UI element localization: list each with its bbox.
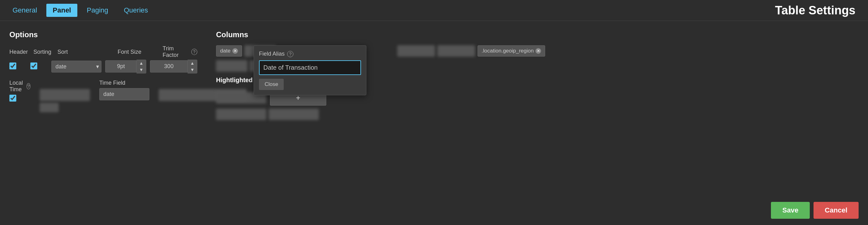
top-navigation: General Panel Paging Queries Table Setti… — [0, 0, 868, 21]
geoip-chip-remove-icon[interactable]: × — [535, 48, 541, 54]
sorting-checkbox-wrap — [30, 63, 48, 71]
columns-title: Columns — [216, 30, 859, 39]
main-content: Options Header Sorting Sort Font Size Tr… — [0, 21, 868, 224]
tab-general[interactable]: General — [6, 4, 43, 17]
date-chip[interactable]: date × — [216, 45, 242, 57]
local-time-checkbox[interactable] — [9, 95, 16, 102]
highlighted-chip-1 — [216, 109, 266, 120]
field-alias-input[interactable] — [259, 60, 361, 75]
font-size-wrap: ▲ ▼ — [105, 60, 146, 73]
sort-label: Sort — [58, 49, 118, 55]
time-field-input[interactable] — [99, 88, 149, 100]
close-button[interactable]: Close — [259, 79, 284, 90]
cancel-button[interactable]: Cancel — [813, 202, 859, 219]
tab-panel[interactable]: Panel — [46, 4, 78, 17]
trim-up-button[interactable]: ▲ — [188, 60, 197, 67]
blurred-col1 — [40, 89, 90, 112]
right-chips: .location.geoip_region × — [397, 45, 545, 57]
font-size-down-button[interactable]: ▼ — [136, 67, 146, 73]
sort-select[interactable]: date — [51, 61, 101, 73]
field-alias-help-icon[interactable]: ? — [287, 51, 293, 57]
trim-factor-label: Trim Factor ? — [162, 45, 197, 59]
header-checkbox-wrap — [9, 63, 27, 71]
date-chip-label: date — [220, 48, 230, 54]
header-label: Header — [9, 49, 33, 55]
trim-factor-input[interactable] — [150, 60, 188, 73]
highlighted-chips-row — [216, 109, 859, 120]
geoip-chip[interactable]: .location.geoip_region × — [477, 45, 545, 57]
sorting-label: Sorting — [33, 49, 58, 55]
time-field-col: Time Field — [99, 80, 149, 100]
blurred-chip-row2-1 — [216, 60, 247, 72]
local-time-col: Local Time ? — [9, 80, 30, 103]
columns-chips-row: date × Field Alias ? Close — [216, 45, 859, 57]
trim-factor-wrap: ▲ ▼ — [150, 60, 197, 73]
local-time-help-icon[interactable]: ? — [27, 83, 30, 89]
time-field-label: Time Field — [99, 80, 125, 86]
trim-factor-help-icon[interactable]: ? — [191, 49, 197, 55]
date-chip-remove-icon[interactable]: × — [232, 48, 238, 54]
trim-factor-spinner: ▲ ▼ — [188, 60, 197, 73]
date-chip-container: date × Field Alias ? Close — [216, 45, 242, 57]
sorting-checkbox[interactable] — [30, 63, 37, 69]
local-time-label: Local Time — [9, 80, 25, 93]
options-panel: Options Header Sorting Sort Font Size Tr… — [9, 30, 197, 215]
blurred-input-1 — [40, 89, 90, 101]
font-size-up-button[interactable]: ▲ — [136, 60, 146, 67]
options-title: Options — [9, 30, 197, 39]
geoip-chip-label: .location.geoip_region — [482, 48, 534, 54]
save-button[interactable]: Save — [771, 202, 809, 219]
tab-queries[interactable]: Queries — [118, 4, 154, 17]
font-size-input[interactable] — [105, 60, 136, 73]
font-size-label: Font Size — [117, 49, 162, 55]
field-alias-popup: Field Alias ? Close — [254, 45, 366, 95]
blurred-input-small — [40, 103, 59, 112]
highlighted-chip-2 — [269, 109, 319, 120]
columns-panel: Columns date × Field Alias ? Close — [216, 30, 859, 215]
trim-down-button[interactable]: ▼ — [188, 67, 197, 73]
blurred-chip-3 — [437, 45, 475, 57]
header-checkbox[interactable] — [9, 63, 16, 69]
sort-select-wrap: date ▾ — [51, 61, 101, 73]
field-alias-label: Field Alias ? — [259, 51, 361, 57]
bottom-bar: Save Cancel — [771, 202, 859, 219]
tab-paging[interactable]: Paging — [81, 4, 115, 17]
blurred-chip-2 — [397, 45, 435, 57]
page-title: Table Settings — [775, 4, 856, 17]
font-size-spinner: ▲ ▼ — [136, 60, 146, 73]
